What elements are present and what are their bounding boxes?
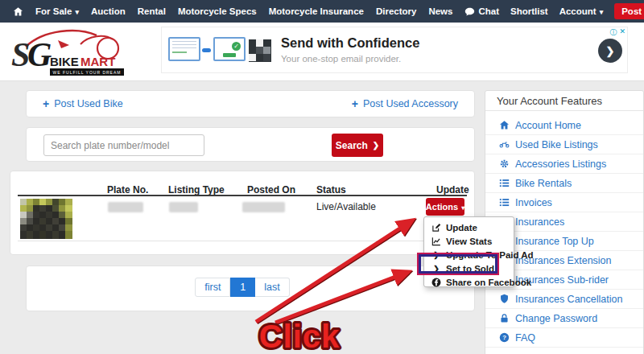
- col-header-posted-on: Posted On: [247, 184, 295, 196]
- col-header-plate-no: Plate No.: [107, 184, 148, 196]
- svg-text:G: G: [27, 36, 52, 73]
- svg-text:?: ?: [502, 334, 506, 341]
- sidebar-item-account-home[interactable]: Account Home: [485, 116, 643, 135]
- ad-arrow-button[interactable]: ❯: [598, 39, 622, 63]
- dropdown-item-share-on-facebook[interactable]: Share on Facebook: [424, 275, 514, 289]
- question-circle-icon: ?: [499, 332, 510, 343]
- page-current[interactable]: 1: [230, 278, 255, 297]
- nav-item-motorcycle-insurance[interactable]: Motorcycle Insurance: [269, 6, 364, 16]
- ad-screenshot-2: ✓: [213, 37, 246, 61]
- sidebar-item-used-bike-listings[interactable]: Used Bike Listings: [485, 135, 643, 154]
- site-header: S G BIKE MART WE FULFILL YOUR DREAM ✓ Se…: [0, 23, 644, 81]
- page-last-link[interactable]: last: [255, 278, 289, 297]
- sgbikemart-logo[interactable]: S G BIKE MART WE FULFILL YOUR DREAM: [10, 26, 155, 77]
- sidebar-item-bike-rentals[interactable]: Bike Rentals: [485, 174, 643, 193]
- svg-text:WE FULFILL YOUR DREAM: WE FULFILL YOUR DREAM: [53, 70, 122, 75]
- plus-icon: +: [43, 97, 49, 110]
- ad-title: Send with Confidence: [281, 35, 419, 51]
- click-label: Click: [259, 319, 341, 354]
- blurred-posted-on: [242, 202, 285, 212]
- nav-item-news[interactable]: News: [428, 6, 452, 16]
- svg-text:BIKE: BIKE: [50, 55, 79, 68]
- ad-close-icon[interactable]: ✕: [619, 27, 625, 38]
- listing-thumbnail-blurred[interactable]: [20, 199, 72, 239]
- ad-screenshot-1: [168, 37, 200, 61]
- pagination-card: first 1 last: [26, 266, 475, 311]
- nav-item-rental[interactable]: Rental: [138, 6, 166, 16]
- search-input[interactable]: [43, 134, 204, 156]
- edit-icon: [431, 223, 441, 233]
- facebook-icon: [431, 278, 441, 287]
- check-icon: ✓: [232, 42, 241, 51]
- post-used-accessory-link[interactable]: + Post Used Accessory: [352, 97, 458, 110]
- page-first-link[interactable]: first: [195, 278, 230, 297]
- advertiser-logo: [249, 39, 271, 62]
- caret-down-icon: ▾: [600, 8, 604, 16]
- cogs-icon: [499, 158, 510, 169]
- link-icon: [202, 48, 211, 52]
- dropdown-item-set-to-sold[interactable]: ❯ Set to Sold: [424, 261, 514, 275]
- chevron-right-icon: ❯: [431, 265, 441, 273]
- status-value: Live/Available: [316, 201, 376, 212]
- ad-subtitle: Your one-stop email provider.: [281, 54, 401, 64]
- nav-item-auction[interactable]: Auction: [91, 6, 126, 16]
- col-header-status: Status: [316, 184, 346, 196]
- nav-item-motorcycle-specs[interactable]: Motorcycle Specs: [178, 6, 257, 16]
- sidebar-item-faq[interactable]: ? FAQ: [485, 328, 643, 348]
- home-icon[interactable]: [13, 6, 23, 17]
- caret-down-icon: ▾: [75, 8, 79, 16]
- search-card: Search ❯: [26, 127, 475, 162]
- dropdown-item-upgrade-to-paid-ad[interactable]: ❯ Upgrade To Paid Ad: [424, 248, 514, 261]
- list-icon: [499, 178, 510, 188]
- chevron-right-icon: ❯: [431, 251, 441, 259]
- dropdown-item-view-stats[interactable]: View Stats: [424, 234, 514, 248]
- nav-item-directory[interactable]: Directory: [376, 6, 417, 16]
- caret-down-icon: ▾: [461, 204, 464, 212]
- col-header-listing-type: Listing Type: [168, 184, 225, 196]
- dropdown-item-update[interactable]: Update: [424, 220, 514, 234]
- post-used-bike-link[interactable]: + Post Used Bike: [43, 97, 123, 110]
- pagination: first 1 last: [195, 278, 290, 297]
- blurred-plate-number: [108, 202, 143, 212]
- plus-icon: +: [352, 97, 358, 110]
- sidebar-item-insurances-cancellation[interactable]: Insurances Cancellation: [485, 290, 643, 309]
- chart-line-icon: [431, 237, 441, 246]
- nav-item-for-sale[interactable]: For Sale▾: [35, 6, 79, 16]
- actions-dropdown-menu: Update View Stats ❯ Upgrade To Paid Ad ❯…: [423, 216, 514, 287]
- chevron-right-icon: ❯: [373, 141, 379, 150]
- motorcycle-icon: [499, 139, 510, 150]
- col-header-update: Update: [436, 184, 469, 196]
- ad-info-icon[interactable]: ⓘ: [609, 27, 617, 38]
- nav-account[interactable]: Account▾: [559, 6, 604, 16]
- post-links-card: + Post Used Bike + Post Used Accessory: [26, 90, 475, 117]
- actions-dropdown-button[interactable]: Actions ▾: [426, 198, 464, 216]
- list-icon: [499, 197, 510, 208]
- post-ad-button[interactable]: Post Ad: [614, 3, 644, 19]
- svg-text:MART: MART: [80, 55, 115, 68]
- listings-table-card: Plate No. Listing Type Posted On Status …: [10, 171, 475, 255]
- nav-chat[interactable]: Chat: [464, 6, 499, 17]
- ad-banner[interactable]: ✓ Send with Confidence Your one-stop ema…: [161, 27, 628, 73]
- sidebar-item-invoices[interactable]: Invoices: [485, 193, 643, 212]
- nav-shortlist[interactable]: Shortlist: [510, 6, 548, 16]
- search-button[interactable]: Search ❯: [332, 134, 383, 157]
- sidebar-item-change-password[interactable]: Change Password: [485, 309, 643, 328]
- adchoices: ⓘ ✕: [609, 27, 625, 38]
- sidebar-title: Your Account Features: [485, 91, 643, 111]
- blurred-listing-type: [169, 202, 198, 212]
- lock-icon: [499, 313, 510, 323]
- home-icon: [499, 120, 510, 130]
- chat-icon: [464, 6, 475, 17]
- sidebar-item-accessories-listings[interactable]: Accessories Listings: [485, 154, 643, 174]
- top-navbar: For Sale▾ Auction Rental Motorcycle Spec…: [0, 0, 644, 23]
- navbar-right: Chat Shortlist Account▾ Post Ad: [464, 3, 644, 19]
- shield-icon: [499, 294, 510, 304]
